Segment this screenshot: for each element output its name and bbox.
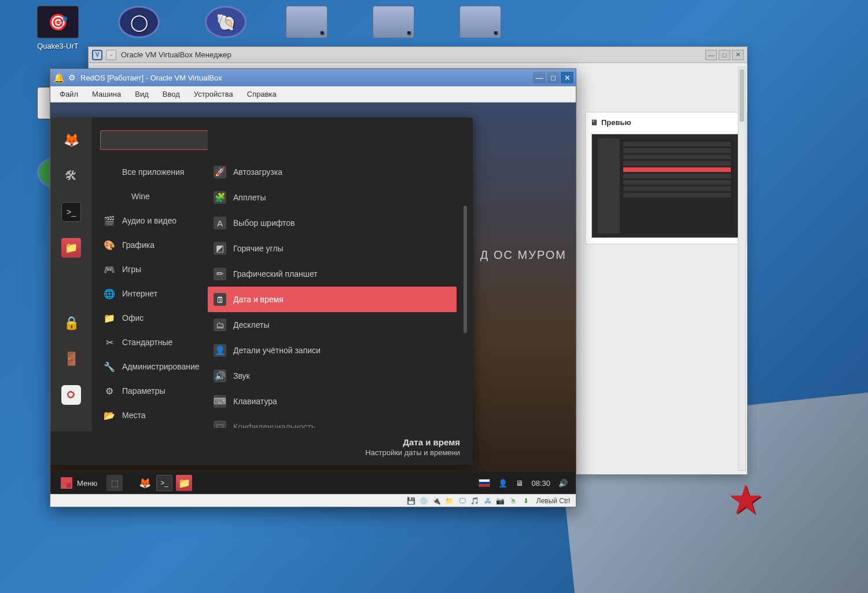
fav-files-icon[interactable]: 📁 — [61, 238, 81, 258]
vm-close-button[interactable]: ✕ — [561, 72, 573, 83]
app-item[interactable]: 🧩Апплеты — [208, 185, 457, 210]
desktop-icon-seamonkey[interactable]: 🐚 — [191, 6, 260, 42]
app-icon: 🧩 — [214, 191, 226, 204]
status-display-icon[interactable]: 🖵 — [458, 496, 467, 506]
app-item[interactable]: 🗓Дата и время — [208, 287, 457, 312]
taskbar-firefox-icon[interactable]: 🦊 — [137, 475, 153, 491]
app-icon: 🗓 — [214, 293, 226, 306]
status-rec-icon[interactable]: 📷 — [496, 496, 505, 506]
app-item[interactable]: 🔊Звук — [208, 363, 457, 389]
guest-taskbar[interactable]: Меню ⬚ 🦊 >_ 📁 👤 🖥 08:30 🔊 — [50, 472, 576, 494]
app-item[interactable]: 🚀Автозагрузка — [208, 159, 457, 185]
taskbar-files-icon[interactable]: 📁 — [176, 475, 192, 491]
vm-maximize-button[interactable]: □ — [547, 72, 560, 83]
vm-window[interactable]: 🔔 ⚙ RedOS [Работает] - Oracle VM Virtual… — [50, 68, 576, 507]
menu-devices[interactable]: Устройства — [188, 87, 239, 101]
vm-menubar[interactable]: Файл Машина Вид Ввод Устройства Справка — [50, 86, 576, 103]
category-item[interactable]: 🎬Аудио и видео — [98, 209, 204, 232]
favorites-column: 🦊 🛠 >_ 📁 🔒 🚪 ⭘ — [50, 118, 92, 431]
apps-scrollbar[interactable] — [464, 206, 467, 333]
category-item[interactable]: 📁Офис — [98, 306, 204, 330]
icon-label: Quake3-UrT — [23, 42, 93, 50]
category-item[interactable]: Wine — [98, 185, 204, 208]
manager-titlebar[interactable]: V ◦ Oracle VM VirtualBox Менеджер — □ ✕ — [89, 47, 747, 63]
preview-panel: Превью — [585, 112, 747, 244]
category-item[interactable]: 🔧Администрирование — [98, 355, 204, 378]
display-icon[interactable]: 🖥 — [516, 479, 523, 488]
category-label: Игры — [122, 265, 141, 274]
volume-icon[interactable]: 🔊 — [558, 479, 568, 488]
app-item[interactable]: ⌨Клавиатура — [208, 389, 457, 414]
category-item[interactable]: Все приложения — [98, 160, 204, 184]
status-mouse-icon[interactable]: 🖱 — [509, 496, 518, 506]
fav-lock-icon[interactable]: 🔒 — [61, 313, 81, 333]
fav-settings-icon[interactable]: 🛠 — [61, 166, 81, 186]
menu-file[interactable]: Файл — [54, 87, 84, 101]
close-button[interactable]: ✕ — [732, 50, 744, 60]
wallpaper-text: Д ОС МУРОМ — [480, 248, 567, 262]
app-icon: 🗂 — [214, 319, 226, 331]
app-item[interactable]: ✏Графический планшет — [208, 261, 457, 287]
keyboard-layout-flag-icon[interactable] — [479, 479, 490, 487]
desktop-icon-quake[interactable]: 🎯 Quake3-UrT — [23, 6, 93, 50]
vm-minimize-button[interactable]: — — [533, 72, 546, 83]
virtualbox-icon: V — [92, 50, 102, 60]
preview-thumbnail[interactable] — [591, 134, 741, 238]
minimize-button[interactable]: — — [705, 50, 717, 60]
category-item[interactable]: ⚙Параметры — [98, 379, 204, 402]
category-icon: 🌐 — [104, 288, 115, 299]
notification-bell-icon[interactable]: 🔔 — [53, 71, 65, 84]
status-audio-icon[interactable]: 🎵 — [470, 496, 480, 506]
manager-title: Oracle VM VirtualBox Менеджер — [121, 50, 231, 59]
user-icon[interactable]: 👤 — [498, 479, 507, 488]
category-icon — [104, 166, 115, 178]
desktop-folder-2[interactable] — [359, 6, 428, 42]
category-item[interactable]: 🎮Игры — [98, 258, 204, 281]
taskbar-workspace-icon[interactable]: ⬚ — [106, 475, 123, 491]
clock[interactable]: 08:30 — [531, 479, 550, 488]
app-item[interactable]: 👤Детали учётной записи — [208, 338, 457, 363]
fav-power-icon[interactable]: ⭘ — [61, 385, 81, 405]
menu-button-label: Меню — [77, 479, 97, 488]
category-item[interactable]: 📂Места — [98, 404, 204, 427]
status-usb-icon[interactable]: 🔌 — [432, 496, 442, 506]
status-optical-icon[interactable]: 💿 — [420, 496, 429, 506]
taskbar-terminal-icon[interactable]: >_ — [156, 475, 172, 491]
desktop-folder-3[interactable] — [446, 6, 515, 42]
menu-machine[interactable]: Машина — [86, 87, 127, 101]
status-hdd-icon[interactable]: 💾 — [407, 496, 416, 506]
menu-help[interactable]: Справка — [241, 87, 282, 101]
category-item[interactable]: 🌐Интернет — [98, 282, 204, 305]
category-item[interactable]: 🎨Графика — [98, 233, 204, 257]
status-shared-icon[interactable]: 📁 — [445, 496, 454, 506]
app-item[interactable]: 🛡Конфиденциальность — [208, 414, 457, 428]
app-item[interactable]: ◩Горячие углы — [208, 236, 457, 261]
app-label: Звук — [233, 371, 250, 380]
fav-logout-icon[interactable]: 🚪 — [61, 349, 81, 369]
desktop-folder-1[interactable] — [272, 6, 341, 42]
guest-screen[interactable]: Д ОС МУРОМ 🦊 🛠 >_ 📁 🔒 🚪 ⭘ — [50, 103, 576, 494]
category-item[interactable]: ✂Стандартные — [98, 331, 204, 354]
pin-icon[interactable]: ◦ — [106, 50, 116, 60]
search-input[interactable] — [100, 130, 208, 150]
apps-column: 🚀Автозагрузка🧩АпплетыAВыбор шрифтов◩Горя… — [208, 118, 473, 431]
maximize-button[interactable]: □ — [719, 50, 730, 60]
vm-titlebar[interactable]: 🔔 ⚙ RedOS [Работает] - Oracle VM Virtual… — [50, 69, 576, 86]
desktop-icon-chromium[interactable]: ◯ — [104, 6, 174, 42]
menu-input[interactable]: Ввод — [157, 87, 186, 101]
status-hostkey-icon[interactable]: ⬇ — [521, 496, 531, 506]
status-net-icon[interactable]: 🖧 — [483, 496, 492, 506]
categories-column: 🔍 Все приложенияWine🎬Аудио и видео🎨Графи… — [92, 118, 208, 431]
menu-button[interactable]: Меню — [55, 475, 103, 491]
fav-firefox-icon[interactable]: 🦊 — [61, 130, 81, 150]
category-label: Wine — [131, 192, 150, 201]
app-item[interactable]: 🗂Десклеты — [208, 312, 457, 338]
application-menu[interactable]: 🦊 🛠 >_ 📁 🔒 🚪 ⭘ 🔍 — [50, 118, 473, 465]
app-icon: 👤 — [214, 344, 226, 357]
manager-scrollbar[interactable] — [738, 67, 746, 471]
fav-terminal-icon[interactable]: >_ — [61, 202, 81, 222]
app-item[interactable]: AВыбор шрифтов — [208, 210, 457, 236]
menu-view[interactable]: Вид — [129, 87, 155, 101]
category-label: Стандартные — [122, 338, 172, 347]
settings-gear-icon[interactable]: ⚙ — [65, 71, 78, 84]
